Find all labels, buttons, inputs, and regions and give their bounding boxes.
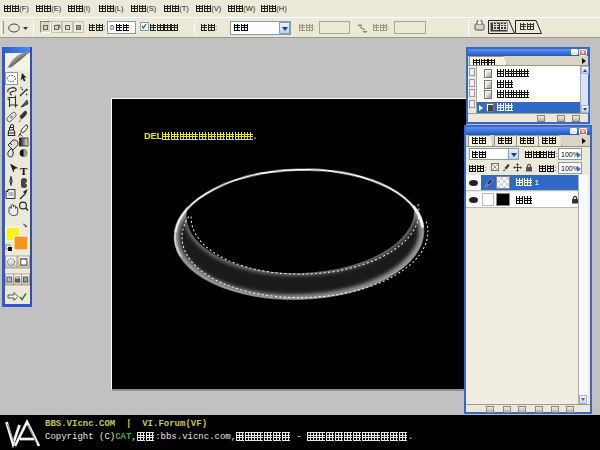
svg-text:T: T <box>20 165 28 177</box>
